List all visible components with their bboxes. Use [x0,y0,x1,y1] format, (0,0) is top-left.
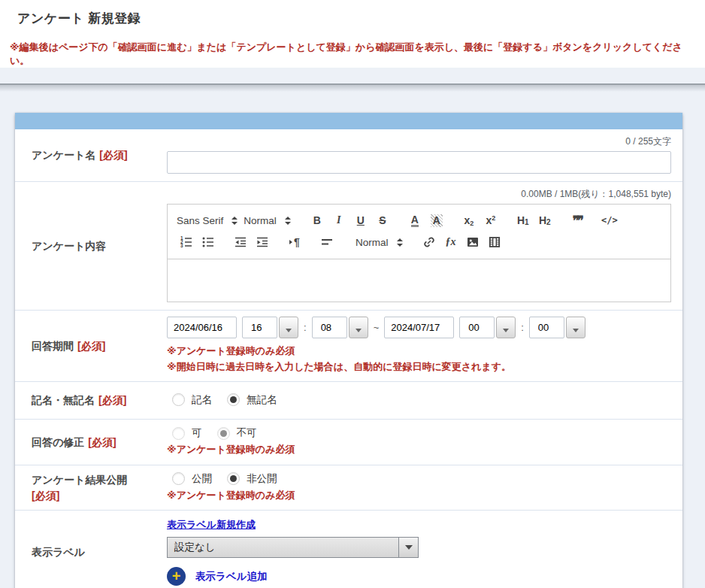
radio-not-modifiable-label: 不可 [237,426,257,440]
start-minute-spinner [312,317,368,338]
end-hour-input[interactable] [459,317,495,338]
modification-note: ※アンケート登録時のみ必須 [167,442,671,457]
editor-area[interactable] [168,259,670,302]
underline-button[interactable]: U [351,211,371,229]
time-separator: : [304,322,307,333]
radio-public-label: 公開 [192,472,212,486]
main-area: アンケート名[必須] 0 / 255文字 アンケート内容 0.00MB / 1M… [0,92,705,588]
header-divider-shadow [0,85,705,92]
char-counter: 0 / 255文字 [167,135,671,148]
header-1-button[interactable]: H1 [513,211,533,229]
background-color-button[interactable]: A [427,211,446,229]
align-icon [320,235,334,249]
spinner-down-icon [286,329,292,332]
formula-button[interactable]: ƒx [441,233,461,251]
radio-modifiable[interactable] [172,427,185,440]
survey-name-input[interactable] [167,151,671,174]
spinner-down-icon [503,329,509,332]
text-direction-icon [289,240,292,244]
text-direction-button[interactable]: ¶ [285,233,304,251]
heading-picker[interactable]: Normal [244,215,291,226]
outdent-button[interactable] [231,233,250,251]
subscript-button[interactable]: x2 [459,211,479,229]
bullet-list-button[interactable] [198,233,218,251]
row-survey-name: アンケート名[必須] 0 / 255文字 [15,129,682,182]
code-block-button[interactable]: </> [600,211,619,229]
radio-not-modifiable[interactable] [217,427,230,440]
end-minute-input[interactable] [529,317,564,338]
radio-anonymous-label: 無記名 [247,393,277,407]
indent-button[interactable] [253,233,272,251]
image-button[interactable] [463,233,483,251]
required-mark: [必須] [99,149,127,161]
start-minute-spinner-button[interactable] [349,317,368,338]
row-anonymity: 記名・無記名[必須] 記名 無記名 [15,382,682,420]
spinner-down-icon [573,329,579,332]
answer-modification-label: 回答の修正[必須] [32,435,116,450]
page-title: アンケート 新規登録 [17,10,705,27]
radio-private[interactable] [227,472,240,485]
header-2-button[interactable]: H2 [535,211,555,229]
row-answer-period: 回答期間[必須] : ~ [15,311,682,382]
ordered-list-button[interactable]: 123 [177,233,196,251]
row-survey-content: アンケート内容 0.00MB / 1MB(残り：1,048,551 byte) … [15,182,682,311]
radio-private-label: 非公開 [247,472,277,486]
strike-button[interactable]: S [373,211,392,229]
end-date-input[interactable] [384,317,454,338]
image-icon [466,235,480,249]
rich-text-editor: Sans Serif Normal B I U S A [167,204,671,302]
answer-period-label: 回答期間[必須] [32,338,105,354]
start-hour-input[interactable] [242,317,277,338]
size-picker[interactable]: Normal [356,237,403,248]
end-minute-spinner [529,317,585,338]
picker-arrows-icon [397,238,403,247]
anonymity-label: 記名・無記名[必須] [32,393,126,408]
link-button[interactable] [419,233,439,251]
italic-button[interactable]: I [329,211,349,229]
survey-form-panel: アンケート名[必須] 0 / 255文字 アンケート内容 0.00MB / 1M… [15,113,682,588]
radio-named-label: 記名 [192,393,212,407]
period-note-1: ※アンケート登録時のみ必須 [167,344,671,359]
time-separator: : [521,322,524,333]
picker-arrows-icon [231,217,238,225]
select-dropdown-button[interactable] [398,538,418,557]
end-hour-spinner-button[interactable] [496,317,516,338]
results-publication-label: アンケート結果公開[必須] [32,472,127,504]
start-date-input[interactable] [167,317,237,338]
size-counter: 0.00MB / 1MB(残り：1,048,551 byte) [167,188,671,201]
align-button[interactable] [317,233,337,251]
range-separator: ~ [374,322,380,333]
display-label-select-value: 設定なし [168,541,398,554]
ordered-list-icon: 123 [180,235,193,249]
row-answer-modification: 回答の修正[必須] 可 不可 ※アンケート登録時のみ必須 [15,420,682,465]
outdent-icon [234,235,247,249]
radio-anonymous[interactable] [227,393,240,406]
add-display-label-link[interactable]: 表示ラベル追加 [195,570,267,583]
spinner-down-icon [356,329,362,332]
superscript-button[interactable]: x2 [481,211,501,229]
display-label-select[interactable]: 設定なし [167,537,419,558]
display-label-label: 表示ラベル [32,544,85,560]
row-display-label: 表示ラベル 表示ラベル新規作成 設定なし 表示ラベル追加 [15,511,682,588]
add-display-label-button[interactable] [167,567,186,586]
start-hour-spinner-button[interactable] [279,317,298,338]
plus-icon [172,568,181,583]
font-picker[interactable]: Sans Serif [177,215,238,226]
bold-button[interactable]: B [307,211,327,229]
blockquote-button[interactable]: ❞❞ [567,211,587,229]
indent-icon [256,235,269,249]
survey-content-label: アンケート内容 [32,238,106,254]
radio-named[interactable] [172,393,185,406]
survey-name-label: アンケート名[必須] [32,147,128,163]
svg-text:3: 3 [180,244,183,249]
editor-toolbar: Sans Serif Normal B I U S A [168,205,670,259]
page-header: アンケート 新規登録 ※編集後はページ下の「確認画面に進む」または「テンプレート… [0,0,705,68]
video-button[interactable] [485,233,504,251]
radio-public[interactable] [172,472,185,485]
start-minute-input[interactable] [312,317,347,338]
text-color-button[interactable]: A [405,211,425,229]
end-minute-spinner-button[interactable] [566,317,585,338]
create-display-label-link[interactable]: 表示ラベル新規作成 [167,518,256,532]
period-note-2: ※開始日時に過去日時を入力した場合は、自動的に登録日時に変更されます。 [167,359,671,374]
required-mark: [必須] [77,340,105,352]
